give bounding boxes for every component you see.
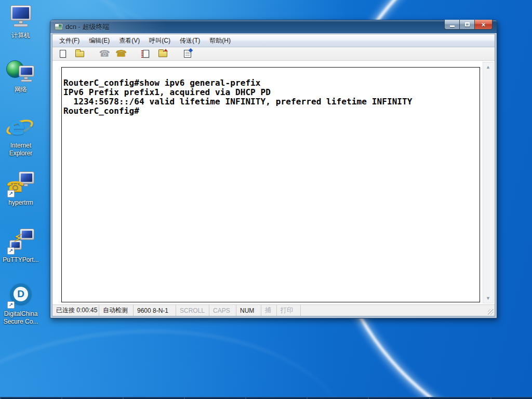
- desktop: 计算机 网络 e Internet Explorer ☎ ↗ hypertrm: [0, 0, 532, 399]
- ie-e-glyph: e: [8, 112, 25, 139]
- network-icon: [6, 58, 35, 84]
- screen-shape: [21, 68, 32, 75]
- receive-arrow-shape: [164, 49, 168, 51]
- monitor-stand: [24, 184, 28, 187]
- desktop-icon-hypertrm[interactable]: ☎ ↗ hypertrm: [1, 171, 41, 207]
- taskbar-edge[interactable]: [0, 397, 532, 399]
- properties-button[interactable]: [181, 48, 194, 60]
- computer-icon: [6, 4, 35, 30]
- screen-shape: [12, 7, 29, 19]
- status-caps: CAPS: [209, 305, 236, 316]
- call-phone-icon: ☎: [99, 49, 110, 58]
- app-icon: [55, 23, 63, 30]
- maximize-button[interactable]: [459, 20, 474, 30]
- desktop-icon-digitalchina[interactable]: D ↗ DigitalChina Secure Co...: [1, 283, 41, 326]
- desktop-icon-internet-explorer[interactable]: e Internet Explorer: [1, 114, 41, 157]
- terminal-line: RouterC_config#show ipv6 general-prefix: [63, 78, 480, 88]
- desktop-icon-puttyport[interactable]: ⚡ ↗ PuTTYPort...: [1, 229, 41, 264]
- status-detect: 自动检测: [99, 305, 134, 316]
- toolbar: ☎ ☎: [52, 47, 495, 61]
- digitalchina-icon: D ↗: [6, 283, 35, 309]
- send-dots-shape: [141, 50, 143, 58]
- menu-edit[interactable]: 编辑(E): [84, 34, 114, 47]
- hang-up-button[interactable]: ☎: [115, 48, 127, 60]
- background-wave: [0, 305, 368, 399]
- receive-folder-icon: [158, 51, 167, 57]
- status-num: NUM: [236, 305, 261, 316]
- desktop-icon-label: 计算机: [1, 32, 41, 39]
- open-button[interactable]: [73, 48, 86, 60]
- putty-icon: ⚡ ↗: [6, 229, 35, 255]
- desktop-icon-label: Internet Explorer: [1, 142, 41, 157]
- open-folder-icon: [75, 51, 84, 57]
- minimize-button[interactable]: [444, 20, 459, 30]
- desktop-icon-network[interactable]: 网络: [1, 58, 41, 94]
- hang-up-phone-icon: ☎: [115, 49, 126, 58]
- menu-file[interactable]: 文件(F): [55, 34, 84, 47]
- menu-call[interactable]: 呼叫(C): [144, 34, 175, 47]
- receive-file-button[interactable]: [156, 48, 169, 60]
- desktop-icon-label: 网络: [1, 86, 41, 94]
- maximize-icon: [465, 22, 470, 26]
- properties-icon: [184, 50, 191, 58]
- menu-help[interactable]: 帮助(H): [205, 34, 235, 47]
- menu-bar: 文件(F) 编辑(E) 查看(V) 呼叫(C) 传送(T) 帮助(H): [52, 34, 495, 47]
- hyperterminal-window: dcn - 超级终端 × 文件(F) 编辑(E) 查看(V) 呼叫(C) 传送(…: [50, 20, 497, 318]
- lightning-shape: ⚡: [12, 231, 23, 245]
- resize-grip[interactable]: [488, 309, 494, 315]
- monitor-shape: [19, 65, 34, 77]
- terminal-line: 1234:5678::/64 valid lifetime INFINITY, …: [63, 97, 480, 107]
- vertical-scrollbar[interactable]: ▲ ▼: [483, 62, 494, 303]
- desktop-icon-label: DigitalChina Secure Co...: [1, 310, 41, 326]
- menu-transfer[interactable]: 传送(T): [175, 34, 205, 47]
- close-icon: ×: [482, 20, 486, 29]
- send-file-icon: [143, 50, 149, 58]
- monitor-shape: [10, 5, 31, 21]
- screen-shape: [22, 231, 32, 238]
- send-file-button[interactable]: [140, 48, 152, 60]
- monitor-base: [14, 24, 28, 27]
- terminal-line: RouterC_config#: [63, 107, 480, 116]
- window-title: dcn - 超级终端: [65, 22, 110, 32]
- call-button[interactable]: ☎: [98, 48, 111, 60]
- shortcut-arrow-icon: ↗: [7, 247, 15, 255]
- close-button[interactable]: ×: [474, 20, 493, 30]
- status-print: 打印: [277, 305, 301, 316]
- minimize-icon: [450, 25, 455, 27]
- status-connection: 已连接 0:00:45: [52, 305, 99, 316]
- new-connection-button[interactable]: [57, 48, 69, 60]
- shortcut-arrow-icon: ↗: [7, 190, 15, 197]
- internet-explorer-icon: e: [6, 114, 35, 140]
- scroll-down-icon[interactable]: ▼: [486, 294, 490, 303]
- hyperterminal-icon: ☎ ↗: [6, 171, 35, 197]
- desktop-icon-label: PuTTYPort...: [1, 256, 41, 264]
- monitor-base: [21, 79, 32, 82]
- caption-buttons: ×: [444, 20, 493, 30]
- menu-view[interactable]: 查看(V): [114, 34, 144, 47]
- status-scroll: SCROLL: [176, 305, 209, 316]
- status-bar: 已连接 0:00:45 自动检测 9600 8-N-1 SCROLL CAPS …: [52, 304, 495, 316]
- terminal-line: IPv6 Prefix prefix1, acquired via DHCP P…: [63, 88, 480, 97]
- title-bar[interactable]: dcn - 超级终端 ×: [50, 20, 497, 34]
- terminal-client-area: RouterC_config#show ipv6 general-prefix …: [52, 61, 495, 304]
- desktop-icon-computer[interactable]: 计算机: [1, 4, 41, 39]
- window-body: 文件(F) 编辑(E) 查看(V) 呼叫(C) 传送(T) 帮助(H) ☎ ☎: [52, 34, 495, 316]
- scroll-up-icon[interactable]: ▲: [486, 62, 490, 72]
- shortcut-arrow-icon: ↗: [7, 301, 15, 309]
- status-capture: 捕: [261, 305, 277, 316]
- new-connection-icon: [60, 50, 66, 58]
- desktop-icon-label: hypertrm: [1, 199, 41, 207]
- terminal-screen[interactable]: RouterC_config#show ipv6 general-prefix …: [61, 67, 480, 302]
- status-baud: 9600 8-N-1: [134, 305, 176, 316]
